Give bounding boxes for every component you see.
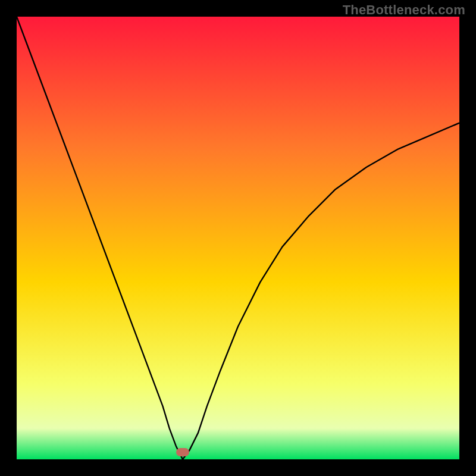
chart-frame: TheBottleneck.com (0, 0, 476, 476)
plot-area (17, 17, 459, 459)
plot-svg (17, 17, 459, 459)
watermark-text: TheBottleneck.com (343, 2, 465, 18)
selected-config-marker (176, 448, 189, 456)
plot-background (17, 17, 459, 459)
